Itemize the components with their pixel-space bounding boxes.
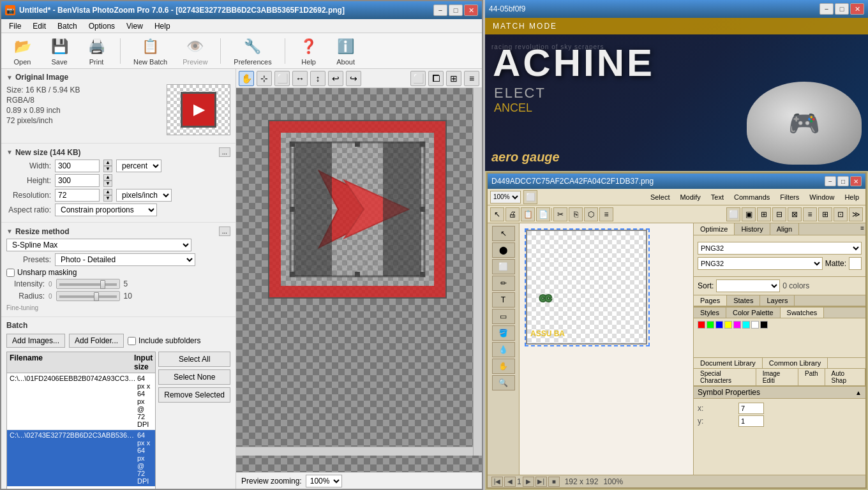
radius-slider[interactable]	[56, 291, 120, 301]
new-size-arrow[interactable]: ▼	[6, 149, 13, 156]
original-collapse-arrow[interactable]: ▼	[6, 74, 13, 81]
hand-tool-button[interactable]: ✋	[239, 71, 254, 86]
about-button[interactable]: ℹ️ About	[330, 34, 362, 68]
intensity-slider[interactable]	[56, 279, 120, 289]
tab-special-chars[interactable]: Special Characters	[694, 369, 756, 385]
res-down[interactable]: ▼	[103, 195, 112, 202]
matte-color-box[interactable]	[849, 257, 862, 270]
help-button[interactable]: ❓ Help	[293, 34, 325, 68]
fw-tool-eyedrop[interactable]: 💧	[492, 342, 515, 357]
minimize-button[interactable]: −	[433, 4, 447, 16]
fw-tool-crop2[interactable]: ⬜	[492, 259, 515, 274]
swatch-white[interactable]	[751, 321, 759, 329]
fw-tool-text[interactable]: T	[492, 292, 515, 308]
tab-swatches[interactable]: Swatches	[781, 308, 825, 318]
sym-y-input[interactable]	[738, 415, 764, 427]
select-all-button[interactable]: Select All	[158, 352, 230, 367]
fw-tool-r3[interactable]: ⊞	[757, 207, 771, 221]
tab-path[interactable]: Path	[798, 369, 825, 385]
resolution-input[interactable]	[55, 189, 100, 202]
fw-tool-ptr[interactable]: ↖	[490, 207, 504, 221]
tab-doc-library[interactable]: Document Library	[694, 358, 763, 368]
fw-tool-arrow[interactable]: ↖	[492, 226, 515, 241]
include-subfolders-checkbox[interactable]	[128, 337, 136, 345]
view-options-button[interactable]: ≡	[464, 71, 479, 86]
fw-close-button[interactable]: ✕	[850, 176, 862, 186]
preview-button[interactable]: 👁️ Preview	[177, 34, 213, 68]
fw-tool-paste[interactable]: 📄	[536, 207, 550, 221]
tab-color-palette[interactable]: Color Palette	[726, 308, 781, 318]
right-maximize-button[interactable]: □	[835, 3, 849, 15]
fw-tool-copy2[interactable]: ⎘	[569, 207, 583, 221]
tab-common-library[interactable]: Common Library	[763, 358, 828, 368]
resize-arrow[interactable]: ▼	[6, 228, 13, 235]
menu-file[interactable]: File	[4, 20, 26, 32]
preview-hscrollbar[interactable]	[236, 447, 473, 456]
fw-tool-cut[interactable]: ✂	[553, 207, 567, 221]
view-single-button[interactable]: ⬜	[410, 71, 426, 86]
print-button[interactable]: 🖨️ Print	[80, 34, 112, 68]
preview-vscrollbar[interactable]	[473, 88, 482, 456]
symbol-props-expand[interactable]: ▲	[855, 389, 862, 396]
presets-select[interactable]: Photo - Detailed	[55, 253, 195, 266]
rotate-cw-button[interactable]: ↪	[346, 71, 361, 86]
radius-thumb[interactable]	[94, 292, 99, 301]
fw-menu-text[interactable]: Text	[707, 193, 728, 202]
play-next-button[interactable]: ▶	[523, 477, 534, 487]
swatch-yellow[interactable]	[724, 321, 732, 329]
flip-v-button[interactable]: ↕	[310, 71, 326, 86]
menu-view[interactable]: View	[121, 20, 148, 32]
batch-row-2[interactable]: C:\...\02AD4FB1C328F7D7DE008AC71... 128 …	[7, 487, 155, 489]
remove-selected-button[interactable]: Remove Selected	[158, 387, 230, 403]
batch-row-1[interactable]: C:\...\02743E32772BB6D2C3ABB5365F... 64 …	[7, 430, 155, 487]
right-minimize-button[interactable]: −	[819, 3, 834, 15]
fw-tool-r2[interactable]: ▣	[742, 207, 756, 221]
tab-states[interactable]: States	[727, 295, 760, 306]
width-down[interactable]: ▼	[103, 166, 112, 172]
fw-tool-r9[interactable]: ≫	[849, 207, 863, 221]
swatch-blue[interactable]	[715, 321, 723, 329]
menu-help[interactable]: Help	[149, 20, 176, 32]
fw-tool-copy[interactable]: 📋	[521, 207, 535, 221]
add-images-button[interactable]: Add Images...	[6, 334, 65, 348]
select-none-button[interactable]: Select None	[158, 369, 230, 385]
aspect-select[interactable]: Constrain proportions	[55, 204, 157, 216]
fw-tool-r6[interactable]: ≡	[803, 207, 817, 221]
flip-h-button[interactable]: ↔	[292, 71, 308, 86]
fw-tool-pen[interactable]: ✏	[492, 276, 515, 291]
height-input[interactable]	[55, 174, 100, 187]
tab-image-edit[interactable]: Image Editi	[756, 369, 798, 385]
fw-tool-print[interactable]: 🖨	[505, 207, 520, 221]
swatch-black[interactable]	[760, 321, 768, 329]
fw-tool-r7[interactable]: ⊞	[818, 207, 832, 221]
fw-tool-more[interactable]: ≡	[599, 207, 613, 221]
swatch-cyan[interactable]	[742, 321, 750, 329]
play-first-button[interactable]: |◀	[491, 477, 503, 487]
height-down[interactable]: ▼	[103, 181, 112, 187]
fw-maximize-button[interactable]: □	[837, 176, 849, 186]
fw-tool-hand[interactable]: ✋	[492, 359, 515, 374]
width-up[interactable]: ▲	[103, 160, 112, 166]
fw-tool-r5[interactable]: ⊠	[788, 207, 802, 221]
add-folder-button[interactable]: Add Folder...	[69, 334, 124, 348]
tab-align[interactable]: Align	[770, 223, 799, 235]
fw-menu-filters[interactable]: Filters	[776, 193, 803, 202]
fw-tool-r1[interactable]: ⬜	[726, 207, 740, 221]
fw-expand-btn[interactable]: ⬜	[523, 190, 537, 204]
tab-pages[interactable]: Pages	[694, 295, 727, 306]
intensity-thumb[interactable]	[100, 280, 105, 289]
rotate-ccw-button[interactable]: ↩	[328, 71, 343, 86]
unsharp-checkbox[interactable]	[6, 269, 15, 277]
swatch-magenta[interactable]	[733, 321, 741, 329]
new-batch-button[interactable]: 📋 New Batch	[128, 34, 172, 68]
tab-optimize[interactable]: Optimize	[694, 223, 735, 235]
swatch-green[interactable]	[707, 321, 714, 329]
resolution-unit-select[interactable]: pixels/inch pixels/cm	[116, 189, 172, 202]
fw-tool-fill[interactable]: 🪣	[492, 325, 515, 341]
right-close-button[interactable]: ✕	[850, 3, 864, 15]
fw-tool-r4[interactable]: ⊟	[772, 207, 786, 221]
preferences-button[interactable]: 🔧 Preferences	[228, 34, 276, 68]
resize-more-button[interactable]: ...	[219, 226, 230, 236]
tab-history[interactable]: History	[735, 223, 770, 235]
zoom-select[interactable]: 100% 50% 200%	[306, 475, 342, 487]
